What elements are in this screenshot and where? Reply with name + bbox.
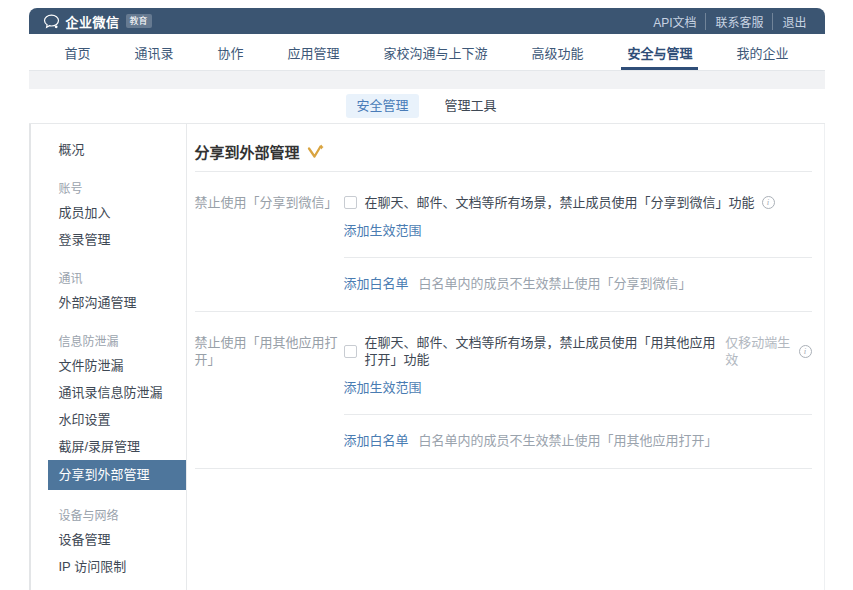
nav-school-communication[interactable]: 家校沟通与上下游 [379,34,491,70]
sidebar-item-ip-restriction[interactable]: IP 访问限制 [31,553,186,580]
sidebar-item-login-management[interactable]: 登录管理 [31,226,186,253]
sidebar-item-file-leak-prevention[interactable]: 文件防泄漏 [31,352,186,379]
nav-security-management[interactable]: 安全与管理 [623,34,696,70]
forbid-share-to-wechat-checkbox[interactable] [344,196,357,209]
sidebar-section-info-leak-prevention: 信息防泄漏 [31,332,186,352]
topbar-links: API文档 联系客服 退出 [644,13,806,30]
add-scope-link[interactable]: 添加生效范围 [344,379,422,396]
forbid-open-with-other-apps-checkbox[interactable] [344,345,357,358]
setting-main: 在聊天、邮件、文档等所有场景，禁止成员使用「分享到微信」功能 i 添加生效范围 [344,194,812,239]
sidebar-section-account: 账号 [31,179,186,199]
tab-security-management[interactable]: 安全管理 [346,94,418,118]
sidebar-item-share-external-management[interactable]: 分享到外部管理 [48,460,186,490]
separator-band [29,71,825,89]
nav-contacts[interactable]: 通讯录 [130,34,177,70]
sidebar-section-device-network: 设备与网络 [31,506,186,526]
brand-name: 企业微信 [66,12,120,31]
checkbox-line: 在聊天、邮件、文档等所有场景，禁止成员使用「用其他应用打开」功能 仅移动端生效 … [344,334,812,368]
title-divider [195,171,812,172]
sidebar-item-watermark-settings[interactable]: 水印设置 [31,406,186,433]
info-circle-icon[interactable]: i [762,196,775,209]
sidebar-item-external-communication[interactable]: 外部沟通管理 [31,289,186,316]
setting-row-open-with-other-apps: 禁止使用「用其他应用打开」 在聊天、邮件、文档等所有场景，禁止成员使用「用其他应… [195,334,812,396]
nav-my-company[interactable]: 我的企业 [732,34,792,70]
group-divider [195,311,812,312]
page-body: 概况 账号 成员加入 登录管理 通讯 外部沟通管理 信息防泄漏 文件防泄漏 通讯… [29,124,825,590]
sidebar-section-communication: 通讯 [31,269,186,289]
group-divider [195,468,812,469]
add-whitelist-link[interactable]: 添加白名单 [344,432,409,449]
mobile-only-note: 仅移动端生效 [725,334,791,368]
checkbox-line: 在聊天、邮件、文档等所有场景，禁止成员使用「分享到微信」功能 i [344,194,812,211]
sidebar-item-device-management[interactable]: 设备管理 [31,526,186,553]
brand: 企业微信 教育 [43,12,152,31]
setting-main: 在聊天、邮件、文档等所有场景，禁止成员使用「用其他应用打开」功能 仅移动端生效 … [344,334,812,396]
nav-collaboration[interactable]: 协作 [213,34,247,70]
subtabs: 安全管理 管理工具 [29,89,825,124]
sidebar-item-screenshot-management[interactable]: 截屏/录屏管理 [31,433,186,460]
nav-app-management[interactable]: 应用管理 [283,34,343,70]
main-nav: 首页 通讯录 协作 应用管理 家校沟通与上下游 高级功能 安全与管理 我的企业 [29,34,825,71]
nav-advanced-features[interactable]: 高级功能 [527,34,587,70]
edition-badge: 教育 [126,14,152,28]
setting-label: 禁止使用「用其他应用打开」 [195,334,344,396]
sidebar-item-contacts-leak-prevention[interactable]: 通讯录信息防泄漏 [31,379,186,406]
premium-gold-check-icon [307,144,324,159]
tab-management-tools[interactable]: 管理工具 [435,94,507,118]
divider [344,414,812,415]
checkbox-label: 在聊天、邮件、文档等所有场景，禁止成员使用「分享到微信」功能 [365,194,755,211]
divider [344,257,812,258]
topbar: 企业微信 教育 API文档 联系客服 退出 [29,8,825,34]
setting-label: 禁止使用「分享到微信」 [195,194,344,239]
whitelist-row-open-with-other-apps: 添加白名单 白名单内的成员不生效禁止使用「用其他应用打开」 [344,432,812,449]
sidebar: 概况 账号 成员加入 登录管理 通讯 外部沟通管理 信息防泄漏 文件防泄漏 通讯… [31,124,187,590]
page-title-text: 分享到外部管理 [195,141,300,162]
nav-home[interactable]: 首页 [61,34,95,70]
info-circle-icon[interactable]: i [799,345,812,358]
whitelist-description: 白名单内的成员不生效禁止使用「分享到微信」 [419,275,692,292]
setting-row-share-to-wechat: 禁止使用「分享到微信」 在聊天、邮件、文档等所有场景，禁止成员使用「分享到微信」… [195,194,812,239]
add-whitelist-link[interactable]: 添加白名单 [344,275,409,292]
contact-support-link[interactable]: 联系客服 [705,13,772,30]
page-title: 分享到外部管理 [195,141,812,161]
add-scope-link[interactable]: 添加生效范围 [344,222,422,239]
checkbox-label: 在聊天、邮件、文档等所有场景，禁止成员使用「用其他应用打开」功能 [365,334,719,368]
sidebar-item-member-join[interactable]: 成员加入 [31,199,186,226]
whitelist-row-share-to-wechat: 添加白名单 白名单内的成员不生效禁止使用「分享到微信」 [344,275,812,292]
whitelist-description: 白名单内的成员不生效禁止使用「用其他应用打开」 [419,432,718,449]
api-docs-link[interactable]: API文档 [644,13,705,30]
wecom-admin-app: 企业微信 教育 API文档 联系客服 退出 首页 通讯录 协作 应用管理 家校沟… [29,8,825,590]
sidebar-item-overview[interactable]: 概况 [31,136,186,163]
main-content: 分享到外部管理 禁止使用「分享到微信」 在聊天、邮件、文档等所有场景，禁止成员使… [187,124,824,590]
chat-bubble-icon [43,14,60,29]
logout-link[interactable]: 退出 [772,13,806,30]
